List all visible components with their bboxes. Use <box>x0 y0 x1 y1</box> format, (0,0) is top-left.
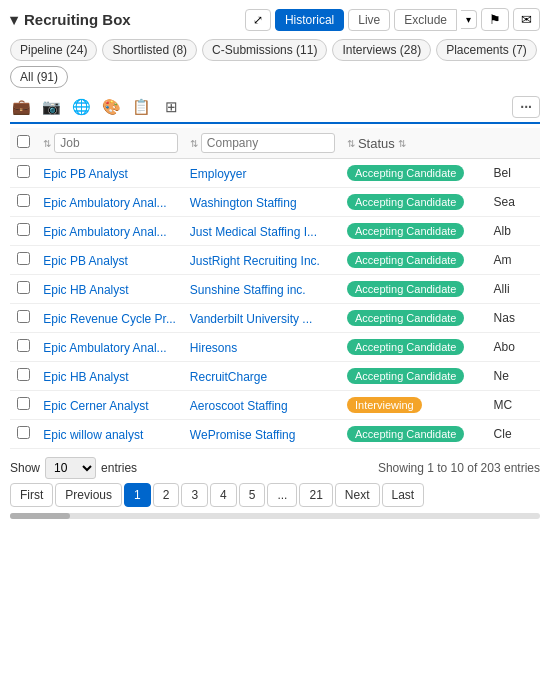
row-checkbox-cell[interactable] <box>10 217 37 246</box>
status-cell: Accepting Candidate <box>341 246 488 275</box>
company-link[interactable]: Washington Staffing <box>190 196 297 210</box>
sort-icon-status[interactable]: ⇅ <box>347 138 355 149</box>
last-page-button[interactable]: Last <box>382 483 425 507</box>
sort-icon-company[interactable]: ⇅ <box>190 138 198 149</box>
status-badge: Accepting Candidate <box>347 426 465 442</box>
company-link[interactable]: Sunshine Staffing inc. <box>190 283 306 297</box>
status-badge: Accepting Candidate <box>347 165 465 181</box>
company-link[interactable]: Hiresons <box>190 341 237 355</box>
exclude-caret-button[interactable]: ▾ <box>461 10 477 29</box>
tab-all[interactable]: All (91) <box>10 66 68 88</box>
company-cell: WePromise Staffing <box>184 420 341 449</box>
company-column-header: ⇅ <box>184 128 341 159</box>
jobs-table: ⇅ ⇅ ⇅ Status ⇅ <box>10 128 540 449</box>
status-badge: Accepting Candidate <box>347 223 465 239</box>
more-button[interactable]: ··· <box>512 96 540 118</box>
row-checkbox-cell[interactable] <box>10 188 37 217</box>
row-checkbox-cell[interactable] <box>10 420 37 449</box>
row-checkbox[interactable] <box>17 165 30 178</box>
job-link[interactable]: Epic Cerner Analyst <box>43 399 148 413</box>
row-checkbox[interactable] <box>17 281 30 294</box>
scrollbar-thumb[interactable] <box>10 513 70 519</box>
filter-button[interactable]: ⚑ <box>481 8 509 31</box>
document-icon[interactable]: 📋 <box>130 96 152 118</box>
company-link[interactable]: Aeroscoot Staffing <box>190 399 288 413</box>
company-link[interactable]: JustRight Recruiting Inc. <box>190 254 320 268</box>
live-button[interactable]: Live <box>348 9 390 31</box>
exclude-button[interactable]: Exclude <box>394 9 457 31</box>
tab-pipeline[interactable]: Pipeline (24) <box>10 39 97 61</box>
company-cell: RecruitCharge <box>184 362 341 391</box>
expand-button[interactable]: ⤢ <box>245 9 271 31</box>
historical-button[interactable]: Historical <box>275 9 344 31</box>
loc-cell: Sea <box>488 188 540 217</box>
company-cell: Aeroscoot Staffing <box>184 391 341 420</box>
select-all-header[interactable] <box>10 128 37 159</box>
status-cell: Accepting Candidate <box>341 275 488 304</box>
select-all-checkbox[interactable] <box>17 135 30 148</box>
status-cell: Accepting Candidate <box>341 333 488 362</box>
next-page-button[interactable]: Next <box>335 483 380 507</box>
job-link[interactable]: Epic Revenue Cycle Pr... <box>43 312 176 326</box>
briefcase-icon[interactable]: 💼 <box>10 96 32 118</box>
loc-cell: Alb <box>488 217 540 246</box>
page-5-button[interactable]: 5 <box>239 483 266 507</box>
scrollbar[interactable] <box>10 513 540 519</box>
row-checkbox-cell[interactable] <box>10 333 37 362</box>
job-link[interactable]: Epic willow analyst <box>43 428 143 442</box>
page-1-button[interactable]: 1 <box>124 483 151 507</box>
job-link[interactable]: Epic Ambulatory Anal... <box>43 341 166 355</box>
tab-csubmissions[interactable]: C-Submissions (11) <box>202 39 327 61</box>
job-link[interactable]: Epic PB Analyst <box>43 254 128 268</box>
tab-interviews[interactable]: Interviews (28) <box>332 39 431 61</box>
row-checkbox-cell[interactable] <box>10 275 37 304</box>
sort-icon[interactable]: ⇅ <box>43 138 51 149</box>
row-checkbox[interactable] <box>17 339 30 352</box>
company-filter-input[interactable] <box>201 133 335 153</box>
job-link[interactable]: Epic HB Analyst <box>43 370 128 384</box>
row-checkbox-cell[interactable] <box>10 246 37 275</box>
sort-icon-status2[interactable]: ⇅ <box>398 138 406 149</box>
row-checkbox[interactable] <box>17 194 30 207</box>
entries-select[interactable]: 10 25 50 100 <box>45 457 96 479</box>
company-link[interactable]: RecruitCharge <box>190 370 267 384</box>
chevron-icon[interactable]: ▾ <box>10 11 18 29</box>
company-link[interactable]: Vanderbilt University ... <box>190 312 313 326</box>
job-link[interactable]: Epic Ambulatory Anal... <box>43 225 166 239</box>
loc-cell: Alli <box>488 275 540 304</box>
row-checkbox-cell[interactable] <box>10 391 37 420</box>
row-checkbox[interactable] <box>17 252 30 265</box>
row-checkbox-cell[interactable] <box>10 362 37 391</box>
row-checkbox[interactable] <box>17 397 30 410</box>
table-icon[interactable]: ⊞ <box>160 96 182 118</box>
row-checkbox[interactable] <box>17 310 30 323</box>
table-row: Epic Ambulatory Anal... Hiresons Accepti… <box>10 333 540 362</box>
company-link[interactable]: WePromise Staffing <box>190 428 296 442</box>
camera-icon[interactable]: 📷 <box>40 96 62 118</box>
prev-page-button[interactable]: Previous <box>55 483 122 507</box>
page-2-button[interactable]: 2 <box>153 483 180 507</box>
page-4-button[interactable]: 4 <box>210 483 237 507</box>
page-21-button[interactable]: 21 <box>299 483 332 507</box>
mail-button[interactable]: ✉ <box>513 8 540 31</box>
page-3-button[interactable]: 3 <box>181 483 208 507</box>
job-link[interactable]: Epic HB Analyst <box>43 283 128 297</box>
globe-icon[interactable]: 🌐 <box>70 96 92 118</box>
palette-icon[interactable]: 🎨 <box>100 96 122 118</box>
first-page-button[interactable]: First <box>10 483 53 507</box>
loc-cell: Nas <box>488 304 540 333</box>
job-link[interactable]: Epic Ambulatory Anal... <box>43 196 166 210</box>
row-checkbox[interactable] <box>17 426 30 439</box>
row-checkbox[interactable] <box>17 368 30 381</box>
tab-shortlisted[interactable]: Shortlisted (8) <box>102 39 197 61</box>
job-cell: Epic Revenue Cycle Pr... <box>37 304 184 333</box>
row-checkbox[interactable] <box>17 223 30 236</box>
company-link[interactable]: Employyer <box>190 167 247 181</box>
row-checkbox-cell[interactable] <box>10 159 37 188</box>
row-checkbox-cell[interactable] <box>10 304 37 333</box>
company-link[interactable]: Just Medical Staffing I... <box>190 225 317 239</box>
job-cell: Epic Ambulatory Anal... <box>37 333 184 362</box>
tab-placements[interactable]: Placements (7) <box>436 39 537 61</box>
job-filter-input[interactable] <box>54 133 178 153</box>
job-link[interactable]: Epic PB Analyst <box>43 167 128 181</box>
